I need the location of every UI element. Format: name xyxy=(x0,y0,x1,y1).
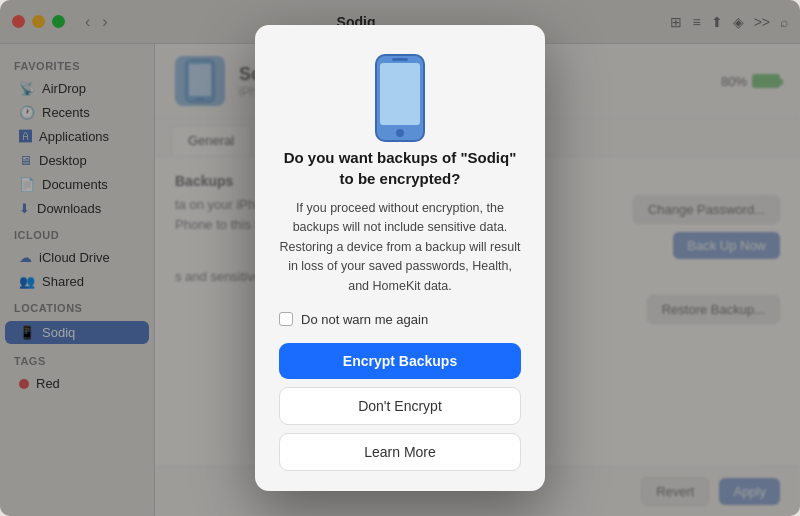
modal-title: Do you want backups of "Sodiq" to be enc… xyxy=(279,147,521,189)
modal-overlay: Do you want backups of "Sodiq" to be enc… xyxy=(0,0,800,516)
svg-point-6 xyxy=(396,129,404,137)
modal-phone-icon xyxy=(372,53,428,147)
do-not-warn-checkbox[interactable] xyxy=(279,312,293,326)
modal-checkbox-row: Do not warn me again xyxy=(279,312,428,327)
do-not-warn-label: Do not warn me again xyxy=(301,312,428,327)
svg-rect-4 xyxy=(380,63,420,125)
encrypt-modal: Do you want backups of "Sodiq" to be enc… xyxy=(255,25,545,491)
dont-encrypt-button[interactable]: Don't Encrypt xyxy=(279,387,521,425)
finder-window: ‹ › Sodiq ⊞ ≡ ⬆ ◈ >> ⌕ Favorites 📡 AirDr… xyxy=(0,0,800,516)
svg-rect-5 xyxy=(392,58,408,61)
encrypt-backups-button[interactable]: Encrypt Backups xyxy=(279,343,521,379)
learn-more-button[interactable]: Learn More xyxy=(279,433,521,471)
modal-body: If you proceed without encryption, the b… xyxy=(279,199,521,296)
